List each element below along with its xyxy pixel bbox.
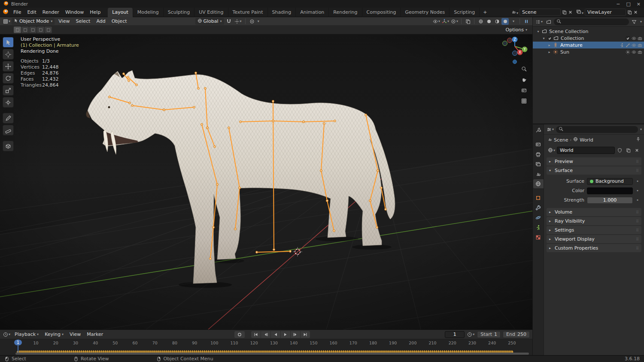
shading-solid[interactable] (485, 18, 492, 25)
panel-header-ray-visibility[interactable]: ▸Ray Visibility⠿ (547, 217, 641, 225)
editor-type-button[interactable]: ▾ (3, 18, 11, 25)
tool-annotate[interactable] (3, 113, 14, 124)
camera-view-dot[interactable] (513, 60, 517, 64)
properties-tab-render[interactable] (533, 140, 544, 149)
gizmo-axis-neg-x[interactable] (507, 38, 512, 43)
menu-render[interactable]: Render (39, 9, 62, 16)
pin-icon[interactable] (636, 137, 641, 143)
workspace-tab-compositing[interactable]: Compositing (362, 8, 401, 17)
tool-transform[interactable] (3, 97, 14, 108)
panel-drag-dots[interactable]: ⠿ (636, 219, 639, 223)
panel-header-volume[interactable]: ▸Volume⠿ (547, 208, 641, 216)
select-mode-new[interactable] (14, 27, 21, 33)
properties-tab-physics[interactable] (533, 213, 544, 222)
properties-tab-texture[interactable] (533, 233, 544, 242)
tool-move[interactable] (3, 61, 14, 72)
world-name-field[interactable]: World (557, 147, 615, 154)
animate-property-dot[interactable]: • (635, 197, 640, 203)
outliner-filter-button[interactable] (631, 18, 638, 25)
panel-header-settings[interactable]: ▸Settings⠿ (547, 226, 641, 234)
show-object-types[interactable]: ▾ (432, 18, 440, 25)
properties-tab-data[interactable] (533, 223, 544, 232)
properties-tab-object[interactable] (533, 193, 544, 202)
armature-data-toggle[interactable] (626, 43, 630, 48)
end-frame-field[interactable]: End 250 (503, 331, 530, 338)
panel-drag-dots[interactable]: ⠿ (636, 246, 639, 250)
menu-file[interactable]: File (10, 9, 24, 16)
remove-viewlayer-button[interactable] (633, 10, 638, 15)
current-frame-field[interactable]: 1 (445, 331, 465, 338)
shading-rendered[interactable] (501, 18, 509, 25)
panel-drag-dots[interactable]: ⠿ (636, 160, 639, 164)
properties-tab-constraints[interactable] (533, 203, 544, 212)
viewlayer-name-field[interactable]: ViewLayer (585, 9, 626, 16)
overlays-toggle[interactable]: ▾ (450, 18, 459, 25)
camera-view-button[interactable] (519, 85, 529, 95)
select-mode-subtract[interactable] (29, 27, 36, 33)
camera-toggle[interactable] (638, 43, 642, 48)
proportional-dropdown[interactable]: ▾ (258, 19, 259, 23)
new-viewlayer-button[interactable] (627, 10, 632, 15)
panel-drag-dots[interactable]: ⠿ (636, 237, 639, 241)
breadcrumb-scene[interactable]: Scene (554, 137, 568, 143)
checkbox-toggle[interactable] (626, 36, 630, 41)
snap-target-dropdown[interactable]: ▾ (234, 18, 242, 25)
panel-header-preview[interactable]: ▸Preview⠿ (547, 157, 641, 166)
tool-add-cube[interactable] (3, 141, 14, 151)
tool-rotate[interactable] (3, 73, 14, 84)
surface-type-button[interactable]: Background (587, 178, 633, 185)
timeline-menu-view[interactable]: View (67, 331, 84, 338)
menu-window[interactable]: Window (62, 9, 87, 16)
workspace-tab-uv-editing[interactable]: UV Editing (194, 8, 228, 17)
play-reverse-button[interactable] (271, 331, 280, 338)
play-button[interactable] (281, 331, 290, 338)
toggle-ortho-button[interactable] (519, 96, 529, 106)
timeline-menu-keying[interactable]: Keying▾ (42, 331, 67, 338)
close-button[interactable]: × (637, 1, 641, 7)
next-keyframe-button[interactable] (291, 331, 300, 338)
prev-keyframe-button[interactable] (261, 331, 270, 338)
panel-header-custom-properties[interactable]: ▸Custom Properties⠿ (547, 244, 641, 252)
properties-tab-scene[interactable] (533, 169, 544, 178)
add-workspace-button[interactable]: + (480, 9, 490, 15)
workspace-tab-rendering[interactable]: Rendering (329, 8, 362, 17)
pose-toggle[interactable] (620, 43, 624, 48)
maximize-button[interactable]: □ (626, 1, 630, 7)
viewport-scene[interactable]: Z Y X (0, 17, 532, 329)
jump-end-button[interactable] (301, 331, 310, 338)
orientation-dropdown[interactable]: Global ▾ (195, 18, 224, 25)
properties-tab-world[interactable] (533, 179, 544, 188)
properties-tab-output[interactable] (533, 150, 544, 159)
workspace-tab-sculpting[interactable]: Sculpting (164, 8, 194, 17)
workspace-tab-animation[interactable]: Animation (296, 8, 329, 17)
properties-options-dropdown[interactable]: ▾ (640, 127, 642, 131)
zoom-button[interactable] (519, 63, 529, 74)
scene-name-field[interactable]: Scene (519, 9, 561, 16)
workspace-tab-texture-paint[interactable]: Texture Paint (228, 8, 268, 17)
gizmos-toggle[interactable]: ▾ (441, 18, 450, 25)
disclosure-triangle-icon[interactable]: ▸ (547, 50, 552, 54)
outliner-row-armature[interactable]: ▸Armature (533, 42, 644, 48)
fake-user-toggle[interactable] (616, 147, 623, 154)
eye-toggle[interactable] (632, 36, 636, 41)
mode-dropdown[interactable]: Object Mode ▾ (12, 18, 55, 25)
toggle-xray[interactable] (464, 18, 471, 25)
outliner-row-sun[interactable]: ▸Sun (533, 48, 644, 55)
viewport-menu-view[interactable]: View (55, 18, 73, 25)
workspace-tab-layout[interactable]: Layout (108, 8, 133, 17)
panel-header-viewport-display[interactable]: ▸Viewport Display⠿ (547, 235, 641, 243)
jump-start-button[interactable] (251, 331, 261, 338)
panel-header-surface[interactable]: ▾Surface⠿ (547, 166, 641, 175)
unlink-world-button[interactable] (633, 147, 641, 154)
gizmo-axis-neg-z[interactable] (513, 51, 517, 56)
minimize-button[interactable]: − (616, 1, 620, 7)
browse-world-dropdown[interactable]: ▾ (547, 147, 556, 154)
properties-tab-tool[interactable] (533, 126, 544, 135)
outliner-display-mode-button[interactable] (545, 18, 552, 25)
panel-drag-dots[interactable]: ⠿ (636, 210, 639, 214)
sun-data-toggle[interactable] (626, 50, 630, 54)
proportional-editing-toggle[interactable] (249, 18, 256, 25)
menu-help[interactable]: Help (87, 9, 103, 16)
panel-drag-dots[interactable]: ⠿ (636, 228, 639, 232)
timeline-ruler[interactable]: 1020304050607080901001101201301401501601… (0, 339, 532, 356)
